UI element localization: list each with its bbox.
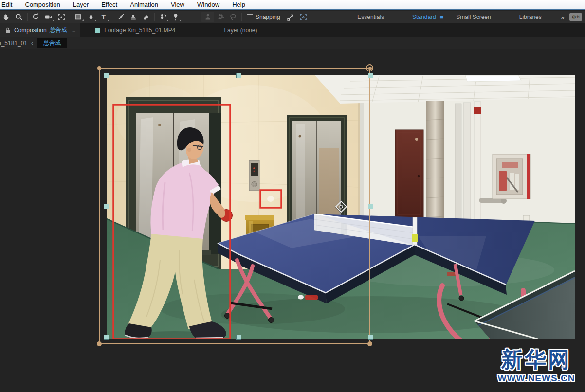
brown-door xyxy=(395,130,423,217)
workspace-overflow-chevron[interactable]: » xyxy=(556,14,569,21)
lock-icon xyxy=(5,27,11,34)
layer-handle-bottom-right[interactable] xyxy=(368,335,373,340)
camera-tool-icon[interactable] xyxy=(42,12,55,22)
menu-effect[interactable]: Effect xyxy=(95,0,124,9)
pen-tool-icon[interactable] xyxy=(85,12,97,22)
xinhuanet-watermark: 新华网 WWW.NEWS.CN xyxy=(493,347,580,385)
tab-layer[interactable]: Layer (none) xyxy=(219,23,262,37)
layer-handle-mid-right[interactable] xyxy=(368,204,373,209)
zoom-tool-icon[interactable] xyxy=(13,12,25,22)
composition-navigator: n_5181_01 ‹ 总合成 xyxy=(0,37,585,49)
bbox-handle-bottom-left[interactable] xyxy=(97,341,102,346)
tab-footage-label: Footage Xin_5185_01.MP4 xyxy=(104,27,175,34)
composition-viewer[interactable]: 新华网 WWW.NEWS.CN xyxy=(0,49,585,392)
tab-composition-label: Composition xyxy=(14,27,47,34)
hand-tool-icon[interactable] xyxy=(0,12,13,22)
watermark-chinese: 新华网 xyxy=(493,347,580,372)
tab-composition[interactable]: Composition 总合成 ≡ xyxy=(0,23,80,37)
bbox-handle-top-right[interactable] xyxy=(366,64,373,71)
pan-behind-tool-icon[interactable] xyxy=(55,12,68,22)
rotate-tool-icon[interactable] xyxy=(30,12,42,22)
breadcrumb-separator: ‹ xyxy=(31,40,33,47)
breadcrumb-current[interactable]: 总合成 xyxy=(37,38,67,48)
tab-footage[interactable]: Footage Xin_5185_01.MP4 xyxy=(90,23,180,37)
anchor-point-icon[interactable] xyxy=(334,200,348,214)
panel-drag-icon xyxy=(95,28,100,33)
clone-stamp-tool-icon[interactable] xyxy=(127,12,140,22)
panel-tab-bar: Composition 总合成 ≡ Footage Xin_5185_01.MP… xyxy=(0,23,585,37)
layer-handle-top-left[interactable] xyxy=(104,73,109,78)
workspace-menu-icon[interactable]: ≡ xyxy=(438,14,450,21)
snapping-label: Snapping xyxy=(256,14,280,20)
figure-axis-icon xyxy=(201,12,214,22)
menu-edit[interactable]: Edit xyxy=(0,0,18,9)
figure-joints-icon xyxy=(214,12,227,22)
bbox-handle-bottom-right[interactable] xyxy=(367,341,372,346)
type-tool-icon[interactable]: T xyxy=(97,12,110,22)
menu-composition[interactable]: Composition xyxy=(18,0,66,9)
menu-layer[interactable]: Layer xyxy=(67,0,95,9)
bbox-handle-top-left[interactable] xyxy=(97,66,101,70)
eraser-tool-icon[interactable] xyxy=(140,12,152,22)
tab-layer-label: Layer (none) xyxy=(224,27,257,34)
menu-bar: Edit Composition Layer Effect Animation … xyxy=(0,0,585,10)
watermark-url: WWW.NEWS.CN xyxy=(493,372,580,385)
workspace-settings-button[interactable]: ⚙⇅ xyxy=(569,13,582,21)
sync-arrows-icon: ⇅ xyxy=(576,15,580,19)
tool-bar: T Snapp xyxy=(0,11,585,23)
menu-help[interactable]: Help xyxy=(226,0,252,9)
layer-bounding-box xyxy=(99,68,370,344)
menu-window[interactable]: Window xyxy=(191,0,226,9)
layer-handle-top-center[interactable] xyxy=(236,73,241,78)
snap-arrow-icon[interactable] xyxy=(284,12,297,22)
menu-animation[interactable]: Animation xyxy=(124,0,165,9)
brush-tool-icon[interactable] xyxy=(114,12,127,22)
snapping-checkbox[interactable] xyxy=(247,14,253,20)
workspace-essentials[interactable]: Essentials xyxy=(350,14,391,20)
puppet-pin-tool-icon[interactable] xyxy=(169,12,182,22)
region-of-interest-icon[interactable] xyxy=(297,12,310,22)
rectangle-tool-icon[interactable] xyxy=(72,12,85,22)
svg-text:T: T xyxy=(102,13,106,21)
menu-view[interactable]: View xyxy=(165,0,191,9)
panel-menu-icon[interactable]: ≡ xyxy=(72,26,76,34)
workspace-standard[interactable]: Standard xyxy=(405,14,438,20)
layer-handle-top-right[interactable] xyxy=(368,73,373,78)
gear-icon: ⚙ xyxy=(571,15,576,20)
layer-handle-bottom-left[interactable] xyxy=(104,335,109,340)
after-effects-window: Edit Composition Layer Effect Animation … xyxy=(0,0,585,392)
workspace-libraries[interactable]: Libraries xyxy=(512,14,548,20)
ceiling-light xyxy=(465,75,521,82)
breadcrumb-parent[interactable]: n_5181_01 xyxy=(0,40,27,47)
lasso-icon xyxy=(227,12,239,22)
roto-brush-tool-icon[interactable] xyxy=(157,12,169,22)
layer-handle-bottom-center[interactable] xyxy=(236,335,241,340)
fire-cabinet xyxy=(493,154,530,199)
tab-composition-name: 总合成 xyxy=(50,26,67,34)
layer-handle-mid-left[interactable] xyxy=(104,204,109,209)
workspace-small-screen[interactable]: Small Screen xyxy=(449,14,497,20)
